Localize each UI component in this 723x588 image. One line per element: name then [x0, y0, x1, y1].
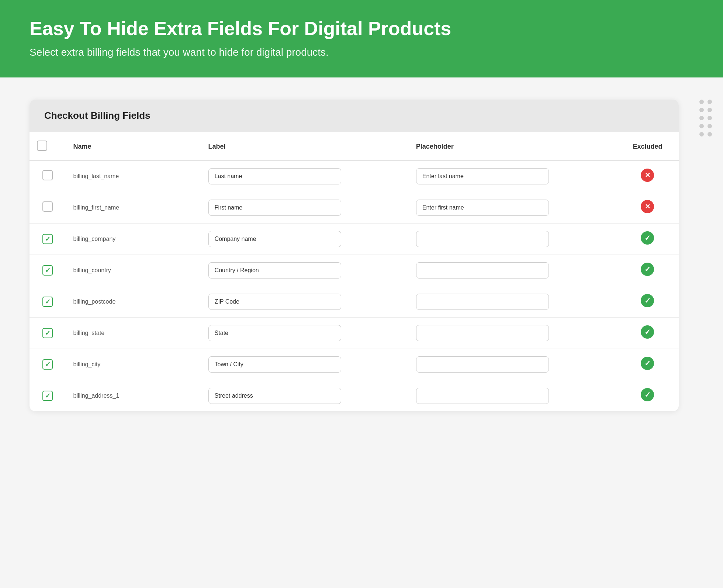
row-label-input-7[interactable]: [208, 388, 341, 404]
row-label-input-1[interactable]: [208, 200, 341, 216]
table-row: billing_address_1: [30, 380, 679, 411]
row-label-cell-2: [201, 223, 409, 255]
row-placeholder-input-5[interactable]: [416, 325, 549, 341]
excluded-yes-icon-5: [641, 325, 654, 339]
table-container: Name Label Placeholder Excluded billing_…: [30, 132, 679, 411]
col-header-check: [30, 132, 66, 160]
table-row: billing_country: [30, 255, 679, 286]
row-excluded-cell-1: [616, 192, 679, 223]
row-check-cell-2: [30, 223, 66, 255]
row-placeholder-input-7[interactable]: [416, 388, 549, 404]
row-placeholder-cell-6: [409, 349, 616, 380]
row-excluded-cell-4: [616, 286, 679, 317]
dots-decoration: [699, 100, 712, 136]
row-excluded-cell-0: [616, 160, 679, 192]
row-placeholder-input-3[interactable]: [416, 262, 549, 279]
row-label-cell-5: [201, 317, 409, 349]
row-label-input-0[interactable]: [208, 168, 341, 184]
main-content: Checkout Billing Fields Name Label Place…: [0, 77, 723, 433]
row-label-cell-1: [201, 192, 409, 223]
excluded-no-icon-0: [641, 169, 654, 182]
dot-9: [699, 132, 704, 136]
row-excluded-cell-7: [616, 380, 679, 411]
row-placeholder-input-6[interactable]: [416, 356, 549, 373]
excluded-yes-icon-7: [641, 388, 654, 401]
row-label-input-5[interactable]: [208, 325, 341, 341]
row-name-3: billing_country: [66, 255, 201, 286]
row-checkbox-2[interactable]: [42, 234, 53, 244]
billing-fields-table: Name Label Placeholder Excluded billing_…: [30, 132, 679, 411]
dot-2: [708, 100, 712, 104]
row-checkbox-5[interactable]: [42, 328, 53, 338]
row-label-input-2[interactable]: [208, 231, 341, 247]
row-check-cell-3: [30, 255, 66, 286]
row-label-cell-7: [201, 380, 409, 411]
row-checkbox-7[interactable]: [42, 391, 53, 401]
row-check-cell-4: [30, 286, 66, 317]
dot-5: [699, 116, 704, 120]
row-placeholder-input-2[interactable]: [416, 231, 549, 247]
row-checkbox-0[interactable]: [42, 170, 53, 180]
row-placeholder-input-1[interactable]: [416, 200, 549, 216]
row-checkbox-3[interactable]: [42, 265, 53, 276]
col-header-excluded: Excluded: [616, 132, 679, 160]
row-placeholder-input-4[interactable]: [416, 294, 549, 310]
row-checkbox-4[interactable]: [42, 297, 53, 307]
table-card: Checkout Billing Fields Name Label Place…: [30, 100, 679, 411]
row-excluded-cell-3: [616, 255, 679, 286]
dot-4: [708, 108, 712, 112]
page-subtitle: Select extra billing fields that you wan…: [30, 46, 693, 58]
col-header-name: Name: [66, 132, 201, 160]
excluded-yes-icon-2: [641, 231, 654, 245]
row-label-input-6[interactable]: [208, 356, 341, 373]
table-header-section: Checkout Billing Fields: [30, 100, 679, 132]
excluded-yes-icon-3: [641, 263, 654, 276]
table-row: billing_postcode: [30, 286, 679, 317]
row-label-cell-3: [201, 255, 409, 286]
row-check-cell-7: [30, 380, 66, 411]
row-check-cell-6: [30, 349, 66, 380]
header-banner: Easy To Hide Extra Fields For Digital Pr…: [0, 0, 723, 77]
row-checkbox-1[interactable]: [42, 201, 53, 212]
select-all-checkbox[interactable]: [37, 141, 47, 151]
dot-3: [699, 108, 704, 112]
col-header-label: Label: [201, 132, 409, 160]
row-name-4: billing_postcode: [66, 286, 201, 317]
dot-7: [699, 124, 704, 128]
row-label-cell-0: [201, 160, 409, 192]
row-checkbox-6[interactable]: [42, 359, 53, 370]
col-header-placeholder: Placeholder: [409, 132, 616, 160]
row-check-cell-0: [30, 160, 66, 192]
table-header-row: Name Label Placeholder Excluded: [30, 132, 679, 160]
excluded-yes-icon-6: [641, 357, 654, 370]
row-placeholder-cell-5: [409, 317, 616, 349]
row-excluded-cell-2: [616, 223, 679, 255]
row-placeholder-cell-0: [409, 160, 616, 192]
row-check-cell-1: [30, 192, 66, 223]
row-name-2: billing_company: [66, 223, 201, 255]
dot-6: [708, 116, 712, 120]
row-placeholder-cell-1: [409, 192, 616, 223]
table-row: billing_state: [30, 317, 679, 349]
row-label-cell-4: [201, 286, 409, 317]
row-name-0: billing_last_name: [66, 160, 201, 192]
dot-8: [708, 124, 712, 128]
row-placeholder-input-0[interactable]: [416, 168, 549, 184]
page-title: Easy To Hide Extra Fields For Digital Pr…: [30, 18, 693, 40]
row-placeholder-cell-3: [409, 255, 616, 286]
row-label-input-4[interactable]: [208, 294, 341, 310]
row-excluded-cell-6: [616, 349, 679, 380]
excluded-no-icon-1: [641, 200, 654, 213]
row-label-cell-6: [201, 349, 409, 380]
row-placeholder-cell-4: [409, 286, 616, 317]
row-name-7: billing_address_1: [66, 380, 201, 411]
row-name-5: billing_state: [66, 317, 201, 349]
table-row: billing_first_name: [30, 192, 679, 223]
dot-10: [708, 132, 712, 136]
row-label-input-3[interactable]: [208, 262, 341, 279]
table-row: billing_last_name: [30, 160, 679, 192]
row-check-cell-5: [30, 317, 66, 349]
table-title: Checkout Billing Fields: [44, 110, 664, 121]
dot-1: [699, 100, 704, 104]
row-placeholder-cell-2: [409, 223, 616, 255]
